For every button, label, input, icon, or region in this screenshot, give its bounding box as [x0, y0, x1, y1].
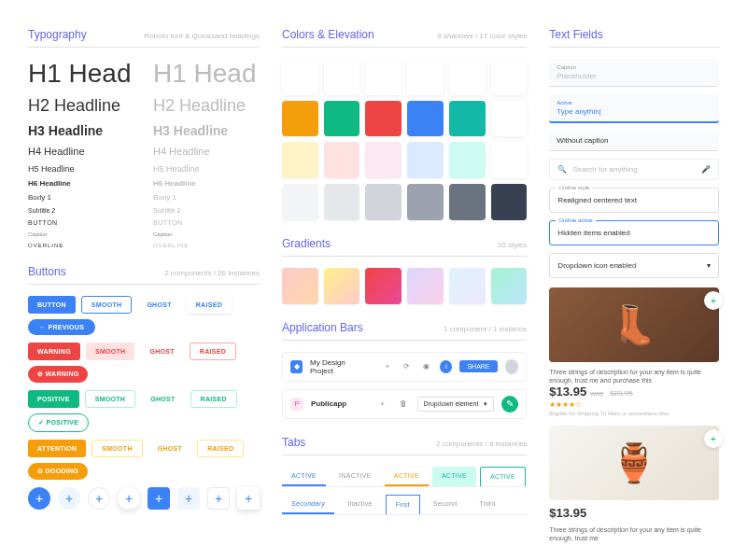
- colors-sub: 9 shadows / 17 color styles: [437, 32, 527, 40]
- gradients-sub: 10 styles: [498, 241, 528, 249]
- add-to-cart-button[interactable]: +: [704, 291, 723, 310]
- warning-ghost[interactable]: GHOST: [140, 343, 183, 360]
- color-swatch: [282, 101, 318, 137]
- trash-icon[interactable]: 🗑: [397, 398, 410, 411]
- tab-active-teal-outline[interactable]: Active: [480, 467, 526, 486]
- fields-header: Text Fields: [549, 28, 719, 48]
- appbar-public: P Publicapp + 🗑 Dropdown element▾ ✎: [282, 389, 527, 419]
- fab-square-shadow[interactable]: +: [237, 487, 260, 510]
- color-swatch: [491, 142, 528, 178]
- plus-icon[interactable]: +: [376, 398, 389, 411]
- color-swatch: [324, 142, 360, 178]
- fab-outline[interactable]: +: [88, 487, 110, 510]
- product-description: Three strings of description for your an…: [549, 368, 719, 385]
- warning-raised[interactable]: RAISED: [190, 343, 236, 360]
- h2-sample-light: H2 Headline: [153, 96, 260, 116]
- tabs-row-1: ACTIVE INACTIVE ACTIVE Active Active: [282, 467, 527, 487]
- share-button[interactable]: SHARE: [459, 360, 497, 372]
- previous-button[interactable]: ← PREVIOUS: [28, 319, 95, 335]
- typography-title: Typography: [28, 28, 87, 41]
- color-swatch: [491, 59, 528, 95]
- tab-secondary[interactable]: Secondary: [282, 495, 334, 514]
- attention-smooth[interactable]: SMOOTH: [92, 440, 143, 457]
- typography-header: Typography Roboto font & Quicksand headi…: [28, 28, 260, 48]
- tab-first[interactable]: First: [386, 495, 420, 514]
- color-swatch: [324, 184, 360, 220]
- ghost-button[interactable]: GHOST: [137, 296, 180, 314]
- field-caption[interactable]: Caption Placeholder: [549, 59, 719, 87]
- h4-sample-light: H4 Headline: [153, 146, 260, 157]
- fab-light[interactable]: +: [58, 487, 80, 510]
- h4-sample: H4 Headline: [28, 146, 134, 157]
- product-description-2: Three strings of description for your an…: [549, 525, 719, 542]
- fab-square[interactable]: +: [148, 487, 170, 510]
- fab-shadow[interactable]: +: [118, 487, 140, 510]
- attention-pill[interactable]: ⊙ DOODING: [28, 463, 88, 480]
- appbar-project-title: My Design Project: [310, 358, 366, 375]
- h6-sample: H6 Headline: [28, 179, 134, 188]
- positive-pill[interactable]: ✓ POSITIVE: [28, 413, 89, 432]
- field-outline[interactable]: Outline style Realigned centered text: [549, 188, 719, 213]
- field-placeholder: Placeholder: [557, 72, 712, 80]
- tab-second[interactable]: Second: [424, 495, 467, 514]
- edit-fab[interactable]: ✎: [501, 396, 518, 413]
- search-icon: 🔍: [557, 165, 567, 174]
- color-swatch: [407, 101, 444, 137]
- tab-active-blue[interactable]: ACTIVE: [282, 467, 326, 486]
- add-to-cart-button[interactable]: +: [704, 429, 723, 448]
- search-field[interactable]: 🔍 Search for anything 🎤: [549, 159, 719, 180]
- body1-sample-light: Body 1: [153, 193, 260, 202]
- dropdown-element[interactable]: Dropdown element▾: [417, 397, 495, 412]
- field-no-caption[interactable]: Without caption: [549, 131, 719, 151]
- h5-sample-light: H5 Headline: [153, 164, 260, 174]
- buttons-title: Buttons: [28, 265, 66, 278]
- eye-icon[interactable]: ◉: [420, 360, 432, 373]
- primary-button[interactable]: BUTTON: [28, 296, 76, 314]
- color-swatch: [324, 59, 360, 95]
- tabs-header: Tabs 2 components / 8 instances: [282, 436, 527, 455]
- color-swatch: [449, 101, 486, 137]
- raised-button[interactable]: RAISED: [187, 296, 232, 314]
- info-icon[interactable]: i: [440, 360, 452, 373]
- positive-raised[interactable]: RAISED: [190, 390, 237, 408]
- tab-inactive-2[interactable]: Inactive: [338, 495, 382, 514]
- smooth-button[interactable]: SMOOTH: [81, 296, 133, 314]
- typography-sub: Roboto font & Quicksand headings: [144, 32, 260, 40]
- elevation-swatches: [282, 59, 527, 95]
- color-swatch: [282, 142, 318, 178]
- h6-sample-light: H6 Headline: [153, 179, 260, 188]
- color-swatch: [365, 101, 402, 137]
- chevron-down-icon: ▾: [707, 261, 711, 270]
- warning-button[interactable]: WARNING: [28, 343, 80, 360]
- tab-inactive[interactable]: INACTIVE: [330, 467, 381, 486]
- tab-third[interactable]: Third: [470, 495, 504, 514]
- refresh-icon[interactable]: ⟳: [401, 360, 413, 373]
- color-swatch: [449, 59, 486, 95]
- attention-raised[interactable]: RAISED: [197, 440, 244, 457]
- field-dropdown[interactable]: Dropdown icon enabled ▾: [549, 253, 719, 278]
- attention-button[interactable]: ATTENTION: [28, 440, 86, 457]
- fab-primary[interactable]: +: [28, 487, 50, 510]
- tab-active-teal-fill[interactable]: Active: [432, 467, 476, 486]
- field-outline-active[interactable]: Outline active Hidden items enabled: [549, 220, 719, 245]
- appbar-public-title: Publicapp: [311, 399, 346, 408]
- user-avatar[interactable]: [505, 359, 519, 374]
- buttons-header: Buttons 2 components / 26 instances: [28, 265, 260, 285]
- gradients-title: Gradients: [282, 237, 331, 250]
- positive-ghost[interactable]: GHOST: [141, 390, 184, 408]
- button-text-sample: BUTTON: [28, 219, 134, 226]
- field-active[interactable]: Active Type anythin|: [549, 94, 719, 123]
- positive-button[interactable]: POSITIVE: [28, 390, 79, 408]
- warning-pill[interactable]: ⊘ WARNING: [28, 366, 88, 383]
- positive-smooth[interactable]: SMOOTH: [85, 390, 136, 408]
- warning-smooth[interactable]: SMOOTH: [86, 343, 135, 360]
- tab-active-orange[interactable]: ACTIVE: [385, 467, 429, 486]
- outline-active-label: Outline active: [556, 217, 595, 223]
- caption-sample: Caption: [28, 231, 134, 237]
- fab-square-light[interactable]: +: [177, 487, 200, 510]
- attention-ghost[interactable]: GHOST: [148, 440, 191, 457]
- plus-icon[interactable]: +: [381, 360, 393, 373]
- h1-sample-light: H1 Head: [153, 59, 260, 89]
- mic-icon[interactable]: 🎤: [701, 165, 711, 174]
- fab-square-outline[interactable]: +: [207, 487, 230, 510]
